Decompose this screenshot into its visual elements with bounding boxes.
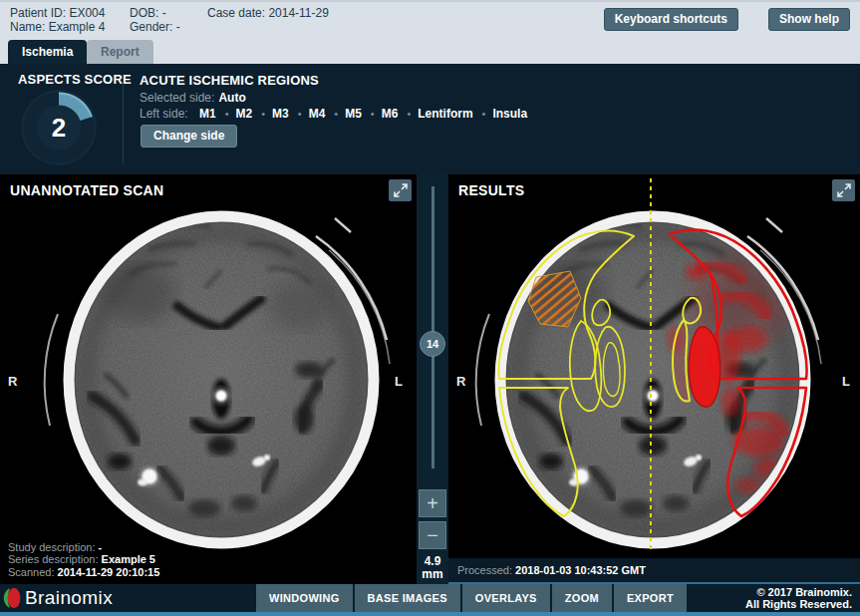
- expand-results-button[interactable]: [832, 179, 855, 201]
- region-m2: M2: [236, 107, 273, 121]
- series-description-label: Series description:: [8, 553, 99, 565]
- gender-value: -: [176, 20, 180, 34]
- gender-label: Gender:: [130, 20, 172, 34]
- case-date-label: Case date:: [207, 6, 265, 20]
- aspects-score-value: 2: [19, 88, 99, 167]
- change-side-button[interactable]: Change side: [141, 125, 237, 148]
- patient-header-bar: Patient ID: EX004 Name: Example 4 DOB: -…: [0, 0, 860, 36]
- aspects-score-title: ASPECTS SCORE: [18, 72, 132, 87]
- orientation-marker-left: L: [842, 374, 850, 389]
- dob-label: DOB:: [130, 6, 158, 20]
- slice-slider-handle[interactable]: 14: [420, 331, 445, 357]
- base-images-button[interactable]: BASE IMAGES: [355, 584, 460, 612]
- toolbar-buttons: WINDOWING BASE IMAGES OVERLAYS ZOOM EXPO…: [256, 584, 687, 612]
- results-ct-image[interactable]: [448, 174, 860, 584]
- brainomix-app-window: Patient ID: EX004 Name: Example 4 DOB: -…: [0, 0, 860, 616]
- score-panel-divider: [123, 76, 124, 163]
- tab-ischemia[interactable]: Ischemia: [8, 40, 87, 64]
- brainomix-logo-icon: [3, 587, 21, 613]
- tab-bar: Ischemia Report: [0, 36, 860, 64]
- processed-value: 2018-01-03 10:43:52 GMT: [515, 564, 646, 576]
- copyright-line1: © 2017 Brainomix.: [745, 586, 852, 598]
- affected-regions-row: Left side: M1M2M3M4M5M6LentiformInsula: [140, 107, 527, 121]
- patient-name-value: Example 4: [49, 20, 106, 34]
- plus-icon: +: [427, 492, 438, 515]
- zoom-button[interactable]: ZOOM: [552, 584, 612, 612]
- processed-label: Processed:: [457, 564, 512, 576]
- slice-thickness-unit: mm: [417, 568, 448, 581]
- processed-status-bar: Processed: 2018-01-03 10:43:52 GMT: [448, 558, 860, 584]
- orientation-marker-left: L: [395, 374, 403, 389]
- copyright-notice: © 2017 Brainomix. All Rights Reserved.: [745, 586, 852, 610]
- dob-gender-block: DOB: - Gender: -: [130, 6, 180, 34]
- dob-value: -: [162, 6, 166, 20]
- study-description-label: Study description:: [8, 541, 95, 553]
- study-description-value: -: [99, 541, 103, 553]
- selected-side-value: Auto: [218, 91, 245, 105]
- results-panel[interactable]: RESULTS R L Processed: 2018-01-03 10:43:…: [448, 174, 860, 584]
- patient-name-label: Name:: [10, 20, 45, 34]
- selected-side-row: Selected side:Auto: [140, 91, 246, 105]
- scanned-label: Scanned:: [8, 566, 54, 578]
- expand-arrows-icon: [837, 183, 851, 197]
- orientation-marker-right: R: [8, 374, 17, 389]
- case-date-block: Case date: 2014-11-29: [207, 6, 329, 20]
- aspects-score-panel: ASPECTS SCORE 2 ACUTE ISCHEMIC REGIONS S…: [0, 64, 860, 174]
- unannotated-scan-panel[interactable]: UNANNOTATED SCAN R L Study description: …: [0, 174, 417, 584]
- zoom-out-button[interactable]: −: [419, 521, 446, 549]
- series-description-value: Example 5: [102, 553, 155, 565]
- expand-unannotated-button[interactable]: [389, 179, 412, 201]
- export-button[interactable]: EXPORT: [614, 584, 687, 612]
- keyboard-shortcuts-button[interactable]: Keyboard shortcuts: [604, 8, 738, 31]
- slice-thickness-readout: 4.9 mm: [417, 555, 448, 581]
- expand-arrows-icon: [394, 183, 408, 197]
- overlays-button[interactable]: OVERLAYS: [462, 584, 550, 612]
- orientation-marker-right: R: [456, 374, 465, 389]
- slice-control-column: 14 + − 4.9 mm: [417, 174, 448, 584]
- region-m5: M5: [345, 107, 382, 121]
- unannotated-scan-title: UNANNOTATED SCAN: [10, 182, 163, 198]
- region-insula: Insula: [492, 107, 527, 121]
- viewer-area: UNANNOTATED SCAN R L Study description: …: [0, 174, 860, 584]
- bottom-toolbar: Brainomix WINDOWING BASE IMAGES OVERLAYS…: [0, 584, 860, 612]
- unannotated-ct-image[interactable]: [0, 174, 417, 584]
- patient-id-name-block: Patient ID: EX004 Name: Example 4: [10, 6, 105, 34]
- patient-id-value: EX004: [69, 6, 105, 20]
- copyright-line2: All Rights Reserved.: [745, 598, 852, 610]
- region-lentiform: Lentiform: [418, 107, 492, 121]
- region-m3: M3: [272, 107, 309, 121]
- region-m6: M6: [382, 107, 419, 121]
- slice-slider-track[interactable]: [431, 186, 434, 468]
- zoom-in-button[interactable]: +: [419, 489, 446, 517]
- minus-icon: −: [427, 524, 438, 547]
- tab-report[interactable]: Report: [87, 40, 153, 64]
- results-title: RESULTS: [458, 182, 524, 198]
- case-date-value: 2014-11-29: [268, 6, 329, 20]
- brand-name: Brainomix: [25, 587, 113, 609]
- acute-ischemic-regions-title: ACUTE ISCHEMIC REGIONS: [140, 73, 319, 88]
- region-m4: M4: [309, 107, 346, 121]
- bottom-accent-strip: [0, 612, 860, 616]
- aspects-score-gauge: 2: [19, 88, 99, 167]
- patient-id-label: Patient ID:: [10, 6, 66, 20]
- side-list-label: Left side:: [140, 107, 188, 121]
- scan-metadata: Study description: - Series description:…: [8, 541, 159, 579]
- selected-side-label: Selected side:: [140, 91, 214, 105]
- show-help-button[interactable]: Show help: [768, 8, 850, 31]
- region-m1: M1: [199, 107, 236, 121]
- scanned-value: 2014-11-29 20:10:15: [58, 566, 160, 578]
- windowing-button[interactable]: WINDOWING: [256, 584, 353, 612]
